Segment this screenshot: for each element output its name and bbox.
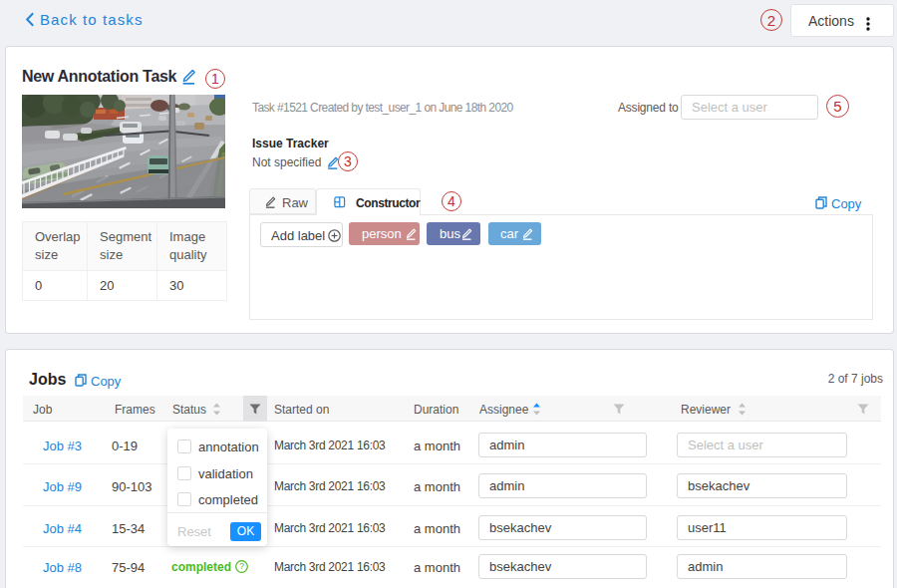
svg-text:?: ? <box>239 561 244 571</box>
